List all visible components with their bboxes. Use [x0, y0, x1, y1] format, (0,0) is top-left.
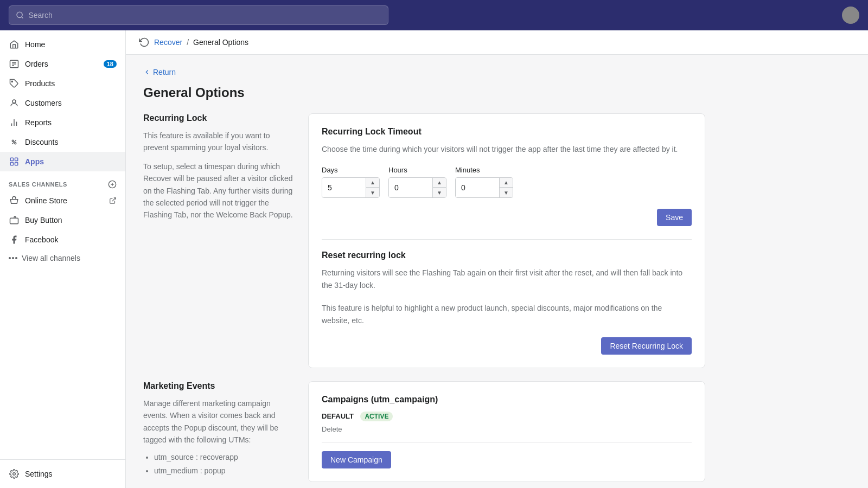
sidebar-item-facebook[interactable]: Facebook — [0, 230, 125, 249]
chevron-left-icon — [143, 68, 151, 76]
hours-decrement-button[interactable]: ▼ — [433, 188, 446, 197]
breadcrumb-current-page: General Options — [193, 38, 248, 47]
hours-increment-button[interactable]: ▲ — [433, 178, 446, 188]
recurring-lock-description: Recurring Lock This feature is available… — [143, 113, 295, 368]
sidebar-item-orders[interactable]: Orders 18 — [0, 54, 125, 74]
hours-input[interactable] — [389, 178, 432, 197]
minutes-decrement-button[interactable]: ▼ — [500, 188, 513, 197]
orders-badge: 18 — [104, 60, 117, 68]
recover-logo-icon — [139, 37, 150, 48]
svg-line-21 — [112, 198, 116, 201]
sidebar-item-buy-button-label: Buy Button — [25, 216, 62, 224]
minutes-field: Minutes ▲ ▼ — [455, 166, 513, 198]
page-content: Return General Options Recurring Lock Th… — [126, 55, 723, 488]
sidebar-item-buy-button[interactable]: Buy Button — [0, 210, 125, 230]
svg-point-6 — [11, 81, 12, 82]
view-all-channels[interactable]: View all channels — [0, 249, 125, 267]
more-icon — [9, 257, 17, 259]
delete-campaign-link[interactable]: Delete — [322, 425, 692, 433]
recurring-lock-card-desc: Choose the time during which your visito… — [322, 143, 692, 155]
home-icon — [9, 39, 20, 50]
days-increment-button[interactable]: ▲ — [366, 178, 379, 188]
discounts-icon — [9, 137, 20, 147]
sidebar-item-discounts[interactable]: Discounts — [0, 132, 125, 152]
recurring-lock-section: Recurring Lock This feature is available… — [143, 113, 705, 368]
days-input[interactable] — [322, 178, 366, 197]
campaigns-card: Campaigns (utm_campaign) DEFAULT ACTIVE … — [308, 381, 705, 482]
minutes-spinner-buttons: ▲ ▼ — [499, 178, 513, 197]
recurring-lock-card-title: Recurring Lock Timeout — [322, 127, 692, 137]
sidebar-item-home[interactable]: Home — [0, 35, 125, 54]
svg-rect-17 — [15, 163, 18, 165]
marketing-events-section: Marketing Events Manage different market… — [143, 381, 705, 482]
sidebar-item-products[interactable]: Products — [0, 74, 125, 93]
hours-spinner[interactable]: ▲ ▼ — [388, 177, 446, 198]
utm-item-medium: utm_medium : popup — [154, 464, 295, 478]
days-spinner[interactable]: ▲ ▼ — [322, 177, 380, 198]
svg-line-1 — [22, 17, 23, 18]
return-link[interactable]: Return — [143, 68, 705, 76]
sidebar-item-discounts-label: Discounts — [25, 138, 58, 146]
customers-icon — [9, 98, 20, 108]
svg-point-11 — [12, 140, 14, 142]
search-bar[interactable] — [9, 5, 388, 25]
facebook-icon — [9, 234, 20, 245]
days-field: Days ▲ ▼ — [322, 166, 380, 198]
svg-rect-14 — [10, 158, 13, 160]
sales-channels-title: SALES CHANNELS — [9, 181, 67, 188]
sidebar: Home Orders 18 Products — [0, 30, 126, 488]
new-campaign-button[interactable]: New Campaign — [322, 451, 391, 468]
reset-recurring-lock-button[interactable]: Reset Recurring Lock — [601, 337, 692, 355]
marketing-events-description: Marketing Events Manage different market… — [143, 381, 295, 482]
reset-lock-desc-1: Returning visitors will see the Flashing… — [322, 267, 692, 291]
return-label: Return — [153, 68, 176, 76]
timeout-fields: Days ▲ ▼ Hours — [322, 166, 692, 198]
svg-point-0 — [17, 12, 22, 17]
minutes-label: Minutes — [455, 166, 513, 174]
sidebar-item-online-store[interactable]: Online Store — [0, 191, 125, 210]
settings-icon — [9, 468, 20, 479]
sidebar-item-apps-label: Apps — [25, 157, 44, 166]
svg-point-7 — [12, 100, 16, 103]
days-decrement-button[interactable]: ▼ — [366, 188, 379, 197]
recurring-lock-desc-1: This feature is available if you want to… — [143, 130, 295, 154]
buy-button-icon — [9, 215, 20, 226]
save-button[interactable]: Save — [657, 209, 692, 226]
minutes-increment-button[interactable]: ▲ — [500, 178, 513, 188]
sidebar-item-customers[interactable]: Customers — [0, 93, 125, 113]
breadcrumb-recover-link[interactable]: Recover — [154, 38, 182, 47]
recurring-lock-desc-2: To setup, select a timespan during which… — [143, 160, 295, 221]
utm-list: utm_source : recoverapp utm_medium : pop… — [143, 451, 295, 478]
hours-field: Hours ▲ ▼ — [388, 166, 446, 198]
sidebar-item-reports[interactable]: Reports — [0, 113, 125, 132]
add-sales-channel-icon[interactable] — [108, 180, 117, 189]
utm-item-source: utm_source : recoverapp — [154, 451, 295, 464]
sidebar-item-apps[interactable]: Apps — [0, 152, 125, 171]
sidebar-item-orders-label: Orders — [25, 60, 48, 68]
recurring-lock-card: Recurring Lock Timeout Choose the time d… — [308, 113, 705, 368]
sidebar-item-settings[interactable]: Settings — [0, 464, 125, 484]
campaign-default-row: DEFAULT ACTIVE — [322, 411, 692, 421]
days-label: Days — [322, 166, 380, 174]
sidebar-item-home-label: Home — [25, 40, 45, 49]
breadcrumb: Recover / General Options — [126, 30, 868, 55]
sidebar-item-products-label: Products — [25, 79, 55, 88]
svg-point-23 — [13, 473, 16, 476]
default-label: DEFAULT — [322, 412, 354, 420]
minutes-spinner[interactable]: ▲ ▼ — [455, 177, 513, 198]
save-row: Save — [322, 209, 692, 226]
sidebar-item-settings-label: Settings — [25, 470, 53, 478]
svg-line-13 — [12, 140, 16, 144]
sidebar-item-reports-label: Reports — [25, 118, 52, 127]
sidebar-item-customers-label: Customers — [25, 99, 62, 107]
search-input[interactable] — [28, 11, 381, 20]
minutes-input[interactable] — [456, 178, 499, 197]
orders-icon — [9, 59, 20, 69]
svg-rect-16 — [10, 163, 13, 165]
external-link-icon[interactable] — [109, 197, 117, 204]
campaigns-card-title: Campaigns (utm_campaign) — [322, 395, 692, 404]
products-icon — [9, 78, 20, 89]
breadcrumb-separator: / — [187, 38, 189, 47]
avatar[interactable] — [842, 7, 859, 24]
page-title: General Options — [143, 85, 705, 100]
